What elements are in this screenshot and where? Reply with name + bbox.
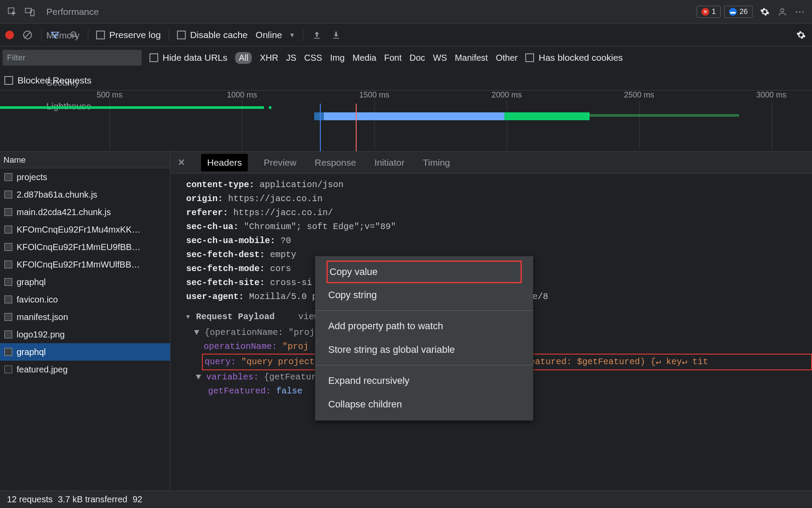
timeline-tick: 500 ms	[97, 90, 122, 100]
request-row[interactable]: KFOmCnqEu92Fr1Mu4mxKK…	[0, 221, 170, 238]
svg-line-5	[25, 32, 30, 38]
context-menu-item[interactable]: Store string as global variable	[315, 338, 533, 362]
network-toolbar: Preserve log Disable cache Online▼	[0, 24, 812, 46]
request-row[interactable]: favicon.ico	[0, 291, 170, 308]
type-filter-font[interactable]: Font	[384, 53, 402, 63]
context-menu-item[interactable]: Copy string	[315, 283, 533, 307]
file-icon	[4, 313, 12, 321]
context-menu-item[interactable]: Copy value	[326, 261, 522, 283]
more-icon[interactable]: ⋯	[791, 3, 809, 21]
error-count-badge[interactable]: ✕1	[697, 6, 721, 18]
list-header-name[interactable]: Name	[0, 152, 170, 168]
header-row[interactable]: sec-ch-ua-mobile: ?0	[186, 234, 812, 248]
type-filter-css[interactable]: CSS	[304, 53, 322, 63]
file-icon	[4, 296, 12, 303]
account-icon[interactable]	[774, 3, 791, 21]
status-resources: 92	[132, 494, 142, 505]
svg-point-3	[781, 8, 784, 11]
file-icon	[4, 208, 12, 216]
request-row[interactable]: KFOlCnqEu92Fr1MmEU9fBB…	[0, 238, 170, 256]
request-row[interactable]: graphql	[0, 273, 170, 291]
detail-tab-response[interactable]: Response	[312, 153, 359, 172]
file-icon	[4, 226, 12, 233]
timeline-tick: 1000 ms	[227, 90, 257, 100]
detail-tab-timing[interactable]: Timing	[420, 153, 453, 172]
request-name: KFOlCnqEu92Fr1MmWUlfBB…	[17, 260, 140, 270]
preserve-log-checkbox[interactable]: Preserve log	[96, 30, 161, 40]
file-icon	[4, 191, 12, 198]
request-name: graphql	[17, 277, 46, 287]
type-filter-manifest[interactable]: Manifest	[455, 53, 488, 63]
timeline-tick: 1500 ms	[359, 90, 389, 100]
header-key: referer:	[186, 208, 228, 218]
warning-count: 26	[739, 7, 748, 16]
network-settings-icon[interactable]	[795, 29, 807, 41]
context-menu-item[interactable]: Expand recursively	[315, 369, 533, 393]
request-name: KFOlCnqEu92Fr1MmEU9fBB…	[17, 242, 140, 252]
filter-input[interactable]	[3, 50, 142, 66]
file-icon	[4, 365, 12, 373]
request-name: 2.d87ba61a.chunk.js	[17, 190, 97, 200]
type-filter-xhr[interactable]: XHR	[260, 53, 278, 63]
record-button[interactable]	[5, 31, 14, 39]
header-key: sec-ch-ua-mobile:	[186, 236, 275, 246]
request-row[interactable]: graphql	[0, 343, 170, 361]
blocked-requests-checkbox[interactable]: Blocked Requests	[4, 75, 91, 86]
header-row[interactable]: sec-ch-ua: "Chromium"; soft Edge";v="89"	[186, 220, 812, 234]
request-name: KFOmCnqEu92Fr1Mu4mxKK…	[17, 225, 140, 235]
filter-icon[interactable]	[49, 29, 61, 41]
type-filter-media[interactable]: Media	[353, 53, 376, 63]
status-requests: 12 requests	[7, 494, 53, 505]
search-icon[interactable]	[69, 29, 80, 41]
tab-performance[interactable]: Performance	[38, 0, 107, 24]
header-row[interactable]: origin: https://jacc.co.in	[186, 192, 812, 206]
detail-tab-preview[interactable]: Preview	[261, 153, 299, 172]
type-filter-doc[interactable]: Doc	[409, 53, 425, 63]
request-list: Name projects2.d87ba61a.chunk.jsmain.d2c…	[0, 152, 170, 493]
inspect-icon[interactable]	[3, 3, 21, 21]
warning-count-badge[interactable]: ▬26	[724, 6, 753, 18]
header-key: user-agent:	[186, 292, 244, 302]
file-icon	[4, 173, 12, 181]
request-name: projects	[17, 172, 47, 182]
devtools-top-tabs: ElementsConsoleSourcesNetworkPerformance…	[0, 0, 812, 24]
request-row[interactable]: featured.jpeg	[0, 361, 170, 378]
svg-point-6	[71, 31, 76, 36]
detail-tab-initiator[interactable]: Initiator	[372, 153, 407, 172]
context-menu-item[interactable]: Collapse children	[315, 393, 533, 416]
request-name: featured.jpeg	[17, 365, 68, 375]
clear-icon[interactable]	[22, 29, 33, 41]
settings-icon[interactable]	[756, 3, 774, 21]
header-row[interactable]: content-type: application/json	[186, 178, 812, 192]
filter-bar: Hide data URLs AllXHRJSCSSImgMediaFontDo…	[0, 46, 812, 90]
svg-line-7	[76, 36, 78, 38]
has-blocked-cookies-checkbox[interactable]: Has blocked cookies	[525, 52, 623, 63]
detail-tab-headers[interactable]: Headers	[201, 154, 248, 171]
close-detail-icon[interactable]: ✕	[175, 157, 188, 168]
waterfall-overview[interactable]: 500 ms1000 ms1500 ms2000 ms2500 ms3000 m…	[0, 90, 812, 152]
type-filter-js[interactable]: JS	[286, 53, 296, 63]
request-name: manifest.json	[17, 312, 68, 322]
header-row[interactable]: referer: https://jacc.co.in/	[186, 206, 812, 220]
request-row[interactable]: logo192.png	[0, 326, 170, 343]
request-name: logo192.png	[17, 330, 65, 340]
request-row[interactable]: KFOlCnqEu92Fr1MmWUlfBB…	[0, 256, 170, 273]
disable-cache-checkbox[interactable]: Disable cache	[177, 30, 248, 40]
request-row[interactable]: 2.d87ba61a.chunk.js	[0, 186, 170, 203]
hide-data-urls-checkbox[interactable]: Hide data URLs	[149, 52, 227, 63]
request-row[interactable]: main.d2cda421.chunk.js	[0, 203, 170, 221]
device-toggle-icon[interactable]	[21, 3, 38, 21]
throttle-select[interactable]: Online▼	[256, 30, 295, 40]
file-icon	[4, 331, 12, 338]
type-filter-all[interactable]: All	[235, 52, 252, 64]
type-filter-img[interactable]: Img	[330, 53, 344, 63]
request-row[interactable]: projects	[0, 168, 170, 186]
type-filter-ws[interactable]: WS	[433, 53, 447, 63]
type-filter-other[interactable]: Other	[496, 53, 517, 63]
request-row[interactable]: manifest.json	[0, 308, 170, 326]
header-key: sec-fetch-mode:	[186, 264, 265, 274]
download-icon[interactable]	[330, 29, 342, 41]
context-menu-item[interactable]: Add property path to watch	[315, 314, 533, 338]
header-value: https://jacc.co.in/	[228, 208, 333, 218]
upload-icon[interactable]	[311, 29, 323, 41]
